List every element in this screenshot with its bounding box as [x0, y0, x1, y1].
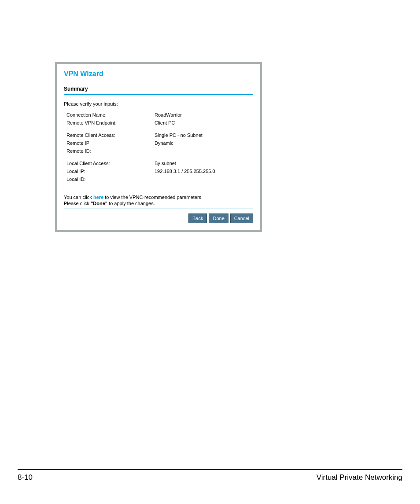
value-local-client-access: By subnet: [155, 159, 253, 167]
label-remote-ip: Remote IP:: [66, 139, 155, 147]
divider: [64, 94, 253, 95]
label-remote-client-access: Remote Client Access:: [66, 131, 155, 139]
vpn-wizard-panel: VPN Wizard Summary Please verify your in…: [55, 62, 262, 232]
row-remote-ip: Remote IP: Dynamic: [66, 139, 253, 147]
bottom-horizontal-rule: [18, 469, 402, 470]
apply-changes-line: Please click "Done" to apply the changes…: [64, 201, 253, 206]
row-local-client-access: Local Client Access: By subnet: [66, 159, 253, 167]
label-connection-name: Connection Name:: [66, 111, 155, 119]
wizard-title: VPN Wizard: [64, 70, 253, 78]
page-number: 8-10: [18, 473, 33, 482]
divider: [64, 209, 253, 209]
vpnc-hint-line: You can click here to view the VPNC-reco…: [64, 195, 253, 200]
spacer: [64, 188, 253, 192]
hint-text-pre: You can click: [64, 195, 92, 200]
page-footer: 8-10 Virtual Private Networking: [18, 469, 402, 482]
value-connection-name: RoadWarrior: [155, 111, 253, 119]
verify-prompt: Please verify your inputs:: [64, 101, 253, 107]
value-local-id: [155, 175, 253, 183]
value-local-ip: 192.168 3.1 / 255.255.255.0: [155, 167, 253, 175]
wizard-button-row: Back Done Cancel: [64, 213, 253, 223]
label-local-ip: Local IP:: [66, 167, 155, 175]
row-remote-endpoint: Remote VPN Endpoint: Client PC: [66, 119, 253, 127]
label-local-id: Local ID:: [66, 175, 155, 183]
hint-text-post: to view the VPNC-recommended parameters.: [105, 195, 203, 200]
wizard-section-heading: Summary: [64, 86, 253, 92]
done-button[interactable]: Done: [209, 213, 228, 223]
label-remote-id: Remote ID:: [66, 147, 155, 155]
apply-text-pre: Please click: [64, 201, 89, 206]
label-local-client-access: Local Client Access:: [66, 159, 155, 167]
row-connection-name: Connection Name: RoadWarrior: [66, 111, 253, 119]
value-remote-ip: Dynamic: [155, 139, 253, 147]
vpnc-params-link[interactable]: here: [93, 195, 103, 200]
top-horizontal-rule: [18, 31, 402, 31]
row-remote-id: Remote ID:: [66, 147, 253, 155]
summary-group-local: Local Client Access: By subnet Local IP:…: [66, 159, 253, 183]
row-local-ip: Local IP: 192.168 3.1 / 255.255.255.0: [66, 167, 253, 175]
footer-row: 8-10 Virtual Private Networking: [18, 473, 402, 482]
value-remote-client-access: Single PC - no Subnet: [155, 131, 253, 139]
row-remote-client-access: Remote Client Access: Single PC - no Sub…: [66, 131, 253, 139]
summary-group-remote: Remote Client Access: Single PC - no Sub…: [66, 131, 253, 155]
value-remote-endpoint: Client PC: [155, 119, 253, 127]
cancel-button[interactable]: Cancel: [230, 213, 253, 223]
back-button[interactable]: Back: [188, 213, 207, 223]
summary-group-connection: Connection Name: RoadWarrior Remote VPN …: [66, 111, 253, 127]
value-remote-id: [155, 147, 253, 155]
label-remote-endpoint: Remote VPN Endpoint:: [66, 119, 155, 127]
row-local-id: Local ID:: [66, 175, 253, 183]
document-page: VPN Wizard Summary Please verify your in…: [0, 0, 420, 504]
apply-text-post: to apply the changes.: [109, 201, 155, 206]
apply-text-bold: "Done": [91, 201, 107, 206]
chapter-title: Virtual Private Networking: [317, 473, 402, 482]
